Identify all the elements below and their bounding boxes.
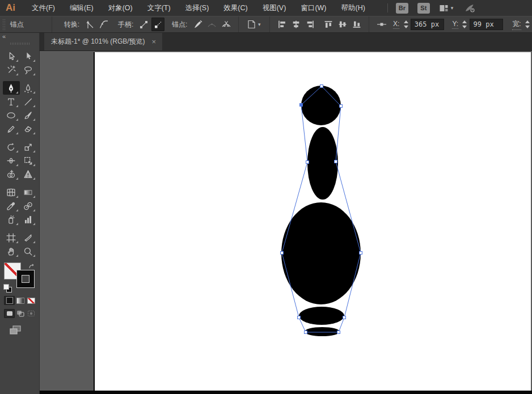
menu-file[interactable]: 文件(F) (24, 0, 62, 16)
default-fill-stroke-icon[interactable] (4, 285, 11, 292)
anchor-point[interactable] (340, 105, 343, 108)
x-label[interactable]: X: (393, 20, 399, 29)
anchor-point[interactable] (337, 331, 340, 334)
align-bottom-button[interactable] (350, 18, 363, 31)
canvas-area[interactable] (40, 51, 532, 394)
shaper-tool[interactable] (3, 122, 20, 135)
width-label[interactable]: 宽: (512, 19, 521, 30)
curvature-tool[interactable] (20, 81, 37, 95)
direct-selection-tool[interactable] (20, 49, 37, 63)
gradient-button[interactable] (15, 296, 26, 305)
chevron-down-icon[interactable]: ▾ (451, 5, 454, 11)
rotate-tool[interactable] (3, 140, 20, 154)
artwork-canvas[interactable] (40, 51, 532, 394)
anchor-point[interactable] (281, 252, 284, 255)
slice-tool[interactable] (20, 231, 37, 244)
workspace-switcher-icon[interactable] (439, 3, 449, 12)
shape-ellipse[interactable] (307, 127, 338, 200)
eyedropper-tool[interactable] (3, 199, 20, 213)
mesh-tool[interactable] (3, 185, 20, 199)
shape-builder-tool[interactable] (3, 167, 20, 181)
draw-normal-button[interactable] (4, 309, 15, 318)
magic-wand-tool[interactable] (3, 63, 20, 77)
symbol-sprayer-tool[interactable] (3, 213, 20, 226)
align-top-button[interactable] (322, 18, 335, 31)
collapse-panel-button[interactable]: « (0, 33, 39, 40)
chevron-down-icon[interactable]: ▾ (258, 22, 261, 27)
lasso-tool[interactable] (20, 63, 37, 77)
x-stepper[interactable] (403, 19, 409, 30)
menu-select[interactable]: 选择(S) (178, 0, 217, 16)
shape-ellipse[interactable] (281, 202, 361, 304)
eraser-tool[interactable] (20, 122, 37, 135)
convert-to-smooth-button[interactable] (98, 18, 111, 31)
x-value-field[interactable]: 365 px (411, 19, 445, 30)
stock-button[interactable]: St (417, 3, 430, 14)
zoom-tool[interactable] (20, 244, 37, 258)
screen-mode-icon[interactable] (9, 325, 39, 337)
isolate-object-button[interactable] (244, 18, 257, 31)
column-graph-tool[interactable] (20, 213, 37, 226)
document-tab[interactable]: 未标题-1* @ 101% (RGB/预览) × (44, 33, 162, 50)
anchor-point[interactable] (320, 85, 323, 88)
artboard-tool[interactable] (3, 231, 20, 244)
y-stepper[interactable] (462, 19, 468, 30)
y-label[interactable]: Y: (452, 20, 458, 29)
width-tool[interactable] (3, 154, 20, 167)
remove-anchor-button[interactable] (205, 18, 218, 31)
control-bar-grip[interactable] (2, 19, 5, 30)
menu-window[interactable]: 窗口(W) (293, 0, 333, 16)
ellipse-tool[interactable] (3, 108, 20, 122)
color-button[interactable] (4, 296, 15, 305)
perspective-grid-tool[interactable] (20, 167, 37, 181)
type-tool[interactable] (3, 95, 20, 108)
free-transform-tool[interactable] (20, 154, 37, 167)
menu-object[interactable]: 对象(O) (101, 0, 140, 16)
align-left-button[interactable] (276, 18, 289, 31)
scale-tool[interactable] (20, 140, 37, 154)
y-value-field[interactable]: 99 px (470, 19, 504, 30)
align-center-vertical-button[interactable] (336, 18, 349, 31)
panel-grip[interactable] (0, 40, 39, 47)
anchor-point[interactable] (305, 331, 307, 334)
convert-to-corner-button[interactable] (83, 18, 96, 31)
close-tab-icon[interactable]: × (152, 38, 157, 45)
gpu-performance-icon[interactable] (465, 3, 475, 12)
selection-tool[interactable] (3, 49, 20, 63)
bridge-button[interactable]: Br (396, 3, 408, 14)
hide-handles-button[interactable] (151, 18, 164, 31)
blend-tool[interactable] (20, 199, 37, 213)
width-stepper[interactable] (525, 19, 531, 30)
draw-inside-button[interactable] (26, 309, 36, 318)
shape-ellipse[interactable] (301, 86, 341, 125)
anchor-point[interactable] (343, 316, 346, 319)
menu-help[interactable]: 帮助(H) (334, 0, 373, 16)
align-center-horizontal-button[interactable] (290, 18, 303, 31)
shape-ellipse[interactable] (305, 327, 340, 336)
menu-effect[interactable]: 效果(C) (216, 0, 255, 16)
hand-tool[interactable] (3, 244, 20, 258)
cut-path-button[interactable] (219, 18, 233, 31)
anchor-point[interactable] (360, 252, 362, 255)
pen-tool[interactable] (3, 81, 20, 95)
line-tool[interactable] (20, 95, 37, 108)
none-button[interactable] (26, 296, 36, 305)
align-right-button[interactable] (303, 18, 316, 31)
stroke-color-swatch[interactable] (17, 270, 34, 287)
menu-view[interactable]: 视图(V) (255, 0, 294, 16)
anchor-point-selected[interactable] (299, 103, 303, 107)
show-handles-button[interactable] (137, 18, 150, 31)
menu-edit[interactable]: 编辑(E) (62, 0, 101, 16)
mesh-icon (6, 188, 16, 197)
paintbrush-tool[interactable] (20, 108, 37, 122)
shape-ellipse[interactable] (299, 307, 344, 325)
add-anchor-button[interactable] (191, 18, 204, 31)
draw-behind-button[interactable] (15, 309, 26, 318)
anchor-point[interactable] (298, 316, 301, 319)
menu-type[interactable]: 文字(T) (140, 0, 178, 16)
handles-label: 手柄: (118, 20, 133, 29)
anchor-point[interactable] (306, 161, 309, 164)
anchor-point[interactable] (335, 160, 337, 163)
gradient-tool[interactable] (20, 185, 37, 199)
swap-fill-stroke-icon[interactable] (28, 262, 35, 273)
